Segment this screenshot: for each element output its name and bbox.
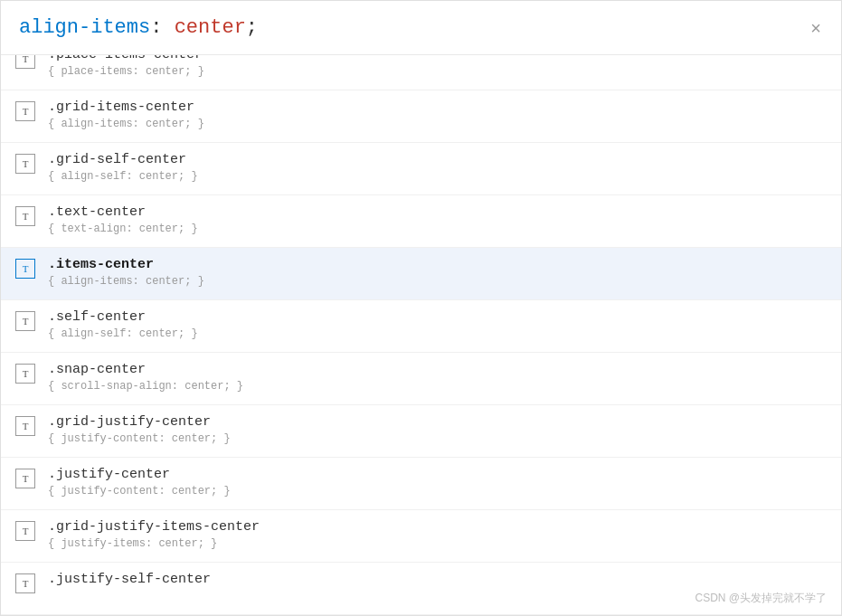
type-icon: T	[15, 573, 35, 593]
type-icon: T	[15, 521, 35, 541]
list-item[interactable]: T.grid-justify-items-center{ justify-ite…	[1, 510, 841, 563]
list-item[interactable]: T.self-center{ align-self: center; }	[1, 300, 841, 353]
title-semicolon: ;	[246, 16, 258, 39]
item-name: .justify-self-center	[48, 572, 211, 587]
item-name: .grid-self-center	[48, 152, 198, 167]
items-list: T.place-items-center{ place-items: cente…	[1, 55, 841, 615]
list-item[interactable]: T.grid-self-center{ align-self: center; …	[1, 143, 841, 195]
type-icon: T	[15, 416, 35, 436]
title-value: center	[175, 16, 246, 39]
title-colon: :	[150, 16, 174, 39]
item-desc: { align-self: center; }	[48, 327, 198, 340]
list-item[interactable]: T.grid-justify-center{ justify-content: …	[1, 405, 841, 458]
list-item[interactable]: T.items-center{ align-items: center; }	[1, 248, 841, 300]
list-item[interactable]: T.snap-center{ scroll-snap-align: center…	[1, 353, 841, 405]
item-content: .snap-center{ scroll-snap-align: center;…	[48, 362, 243, 393]
title-keyword: align-items	[19, 16, 150, 39]
type-icon: T	[15, 101, 35, 121]
type-icon: T	[15, 311, 35, 331]
item-name: .grid-items-center	[48, 100, 204, 115]
type-icon: T	[15, 364, 35, 384]
type-icon: T	[15, 154, 35, 174]
item-desc: { align-items: center; }	[48, 275, 204, 288]
item-name: .justify-center	[48, 467, 231, 482]
item-content: .items-center{ align-items: center; }	[48, 257, 204, 288]
item-desc: { justify-content: center; }	[48, 485, 231, 498]
item-content: .text-center{ text-align: center; }	[48, 204, 198, 235]
list-item[interactable]: T.place-items-center{ place-items: cente…	[1, 55, 841, 90]
item-desc: { align-items: center; }	[48, 118, 204, 130]
item-content: .grid-items-center{ align-items: center;…	[48, 100, 204, 130]
list-item[interactable]: T.text-center{ text-align: center; }	[1, 195, 841, 248]
item-content: .self-center{ align-self: center; }	[48, 309, 198, 340]
item-name: .self-center	[48, 309, 198, 325]
item-content: .justify-center{ justify-content: center…	[48, 467, 231, 498]
item-desc: { align-self: center; }	[48, 170, 198, 183]
item-content: .grid-justify-items-center{ justify-item…	[48, 519, 260, 550]
item-name: .items-center	[48, 257, 204, 272]
item-name: .grid-justify-items-center	[48, 519, 260, 535]
header: align-items: center; ×	[1, 1, 841, 55]
main-container: align-items: center; × T.place-items-cen…	[0, 0, 842, 616]
item-name: .text-center	[48, 204, 198, 220]
type-icon: T	[15, 55, 35, 69]
list-item[interactable]: T.grid-items-center{ align-items: center…	[1, 90, 841, 143]
item-content: .grid-self-center{ align-self: center; }	[48, 152, 198, 183]
item-desc: { scroll-snap-align: center; }	[48, 380, 243, 393]
item-name: .place-items-center	[48, 55, 204, 62]
item-name: .grid-justify-center	[48, 414, 231, 430]
list-item[interactable]: T.justify-self-center	[1, 563, 841, 615]
header-title: align-items: center;	[19, 16, 258, 39]
close-button[interactable]: ×	[805, 17, 827, 39]
item-desc: { justify-content: center; }	[48, 432, 231, 445]
item-desc: { place-items: center; }	[48, 65, 204, 78]
item-desc: { justify-items: center; }	[48, 537, 260, 550]
type-icon: T	[15, 206, 35, 226]
item-content: .justify-self-center	[48, 572, 211, 590]
item-content: .place-items-center{ place-items: center…	[48, 55, 204, 78]
type-icon: T	[15, 259, 35, 279]
item-content: .grid-justify-center{ justify-content: c…	[48, 414, 231, 445]
list-item[interactable]: T.justify-center{ justify-content: cente…	[1, 458, 841, 510]
item-desc: { text-align: center; }	[48, 223, 198, 235]
item-name: .snap-center	[48, 362, 243, 377]
type-icon: T	[15, 469, 35, 488]
